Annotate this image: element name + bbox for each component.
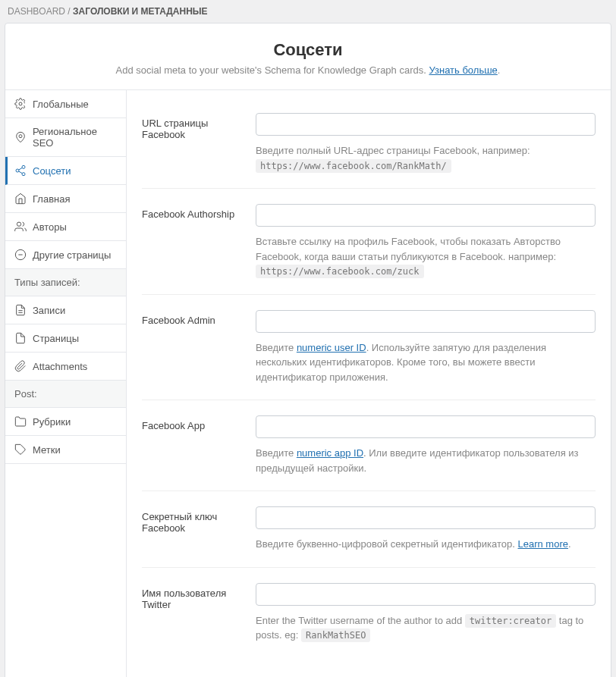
field-label: Секретный ключ Facebook [142, 506, 240, 552]
panel-header: Соцсети Add social meta to your website'… [5, 24, 611, 90]
field-facebook-secret: Секретный ключ Facebook Введите буквенно… [142, 506, 596, 568]
sidebar-item-tags[interactable]: Метки [5, 436, 126, 464]
field-label: Имя пользователя Twitter [142, 583, 240, 643]
sidebar-item-categories[interactable]: Рубрики [5, 408, 126, 436]
tag-icon [14, 443, 27, 456]
sidebar-item-attachments[interactable]: Attachments [5, 353, 126, 381]
sidebar-item-label: Глобальные [33, 99, 89, 110]
sidebar-item-local-seo[interactable]: Региональное SEO [5, 118, 126, 157]
numeric-app-id-link[interactable]: numeric app ID [297, 447, 363, 459]
field-facebook-url: URL страницы Facebook Введите полный URL… [142, 113, 596, 189]
sidebar-item-label: Страницы [33, 333, 79, 344]
sidebar-item-label: Записи [33, 305, 65, 316]
svg-point-1 [19, 135, 22, 138]
example-code: RankMathSEO [301, 628, 370, 642]
sidebar: Глобальные Региональное SEO Соцсети Глав… [5, 90, 127, 677]
sidebar-section-post-types: Типы записей: [5, 269, 126, 296]
svg-point-3 [16, 169, 19, 172]
sidebar-section-post: Post: [5, 381, 126, 408]
breadcrumb-current: ЗАГОЛОВКИ И МЕТАДАННЫЕ [73, 6, 208, 17]
users-icon [14, 221, 27, 233]
sidebar-item-authors[interactable]: Авторы [5, 213, 126, 241]
svg-point-0 [19, 102, 22, 105]
settings-icon [14, 98, 27, 110]
twitter-username-input[interactable] [256, 583, 596, 606]
field-description: Введите numeric app ID. Или введите иден… [256, 446, 596, 475]
example-code: https://www.facebook.com/zuck [256, 265, 424, 278]
field-label: Facebook App [142, 415, 240, 475]
folder-icon [14, 415, 27, 428]
example-code: https://www.facebook.com/RankMath/ [256, 159, 451, 173]
sidebar-item-label: Attachments [33, 361, 87, 372]
share-icon [14, 165, 27, 177]
field-description: Enter the Twitter username of the author… [256, 613, 596, 643]
page-title: Соцсети [20, 40, 596, 60]
field-facebook-authorship: Facebook Authorship Вставьте ссылку на п… [142, 204, 596, 295]
clip-icon [14, 360, 27, 372]
facebook-app-input[interactable] [256, 415, 596, 438]
pin-icon [14, 131, 27, 143]
sidebar-item-home[interactable]: Главная [5, 185, 126, 213]
settings-panel: Соцсети Add social meta to your website'… [5, 23, 611, 677]
field-facebook-app: Facebook App Введите numeric app ID. Или… [142, 415, 596, 491]
facebook-url-input[interactable] [256, 113, 596, 136]
breadcrumb-root[interactable]: DASHBOARD [8, 6, 65, 17]
sidebar-item-label: Другие страницы [33, 249, 111, 261]
field-description: Введите numeric user ID. Используйте зап… [256, 340, 596, 385]
facebook-secret-input[interactable] [256, 506, 596, 529]
field-twitter-user: Имя пользователя Twitter Enter the Twitt… [142, 583, 596, 658]
doc-icon [14, 304, 27, 316]
sidebar-item-label: Авторы [33, 221, 67, 233]
minus-circle-icon [14, 249, 27, 261]
svg-point-4 [22, 173, 25, 176]
field-description: Введите буквенно-цифровой секретный иден… [256, 537, 596, 552]
sidebar-item-other[interactable]: Другие страницы [5, 241, 126, 269]
home-icon [14, 193, 27, 205]
sidebar-item-posts[interactable]: Записи [5, 296, 126, 324]
svg-point-2 [22, 165, 25, 168]
learn-more-link[interactable]: Learn more [518, 538, 568, 550]
svg-line-6 [19, 168, 23, 170]
sidebar-item-label: Главная [33, 193, 70, 205]
sidebar-item-label: Региональное SEO [33, 126, 117, 149]
sidebar-item-label: Соцсети [33, 165, 71, 177]
facebook-authorship-input[interactable] [256, 204, 596, 227]
breadcrumb: DASHBOARD / ЗАГОЛОВКИ И МЕТАДАННЫЕ [0, 0, 616, 23]
page-icon [14, 332, 27, 344]
learn-more-link[interactable]: Узнать больше [429, 64, 497, 76]
field-description: Вставьте ссылку на профиль Facebook, что… [256, 234, 596, 279]
svg-point-7 [17, 222, 20, 226]
field-label: Facebook Authorship [142, 204, 240, 279]
sidebar-item-pages[interactable]: Страницы [5, 324, 126, 353]
numeric-user-id-link[interactable]: numeric user ID [297, 342, 366, 353]
field-label: Facebook Admin [142, 310, 240, 385]
page-subtitle: Add social meta to your website's Schema… [20, 64, 596, 76]
example-code: twitter:creator [465, 614, 556, 628]
sidebar-item-label: Рубрики [33, 416, 71, 428]
field-label: URL страницы Facebook [142, 113, 240, 173]
svg-line-5 [19, 171, 23, 174]
sidebar-item-global[interactable]: Глобальные [5, 90, 126, 118]
sidebar-item-social[interactable]: Соцсети [5, 157, 126, 185]
field-description: Введите полный URL-адрес страницы Facebo… [256, 143, 596, 173]
facebook-admin-input[interactable] [256, 310, 596, 333]
content-area: URL страницы Facebook Введите полный URL… [127, 90, 611, 677]
sidebar-item-label: Метки [33, 444, 61, 456]
field-facebook-admin: Facebook Admin Введите numeric user ID. … [142, 310, 596, 401]
